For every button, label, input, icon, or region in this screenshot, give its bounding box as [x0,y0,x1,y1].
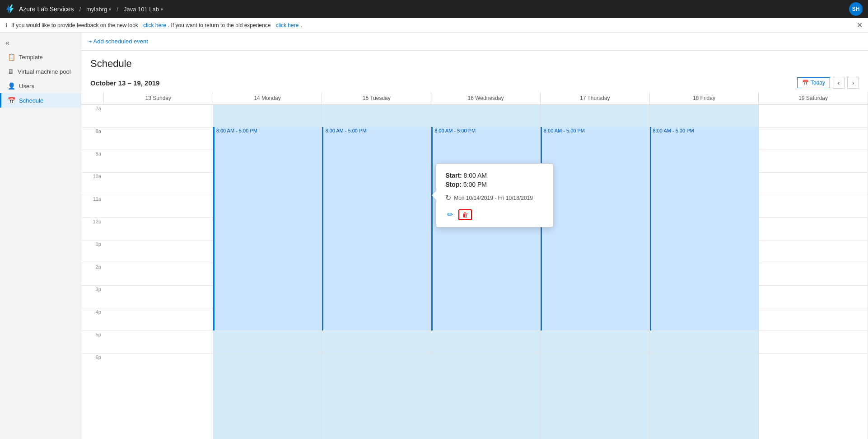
tc-1-10 [213,330,322,353]
time-2p: 2p [81,263,104,285]
toolbar: + Add scheduled event [81,33,868,51]
tc-6-6 [759,240,868,263]
info-icon: ℹ [5,22,8,28]
day-col-3[interactable]: 8:00 AM - 5:00 PM ↻ Start: 8:00 AM Stop:… [431,104,541,439]
sidebar-item-users[interactable]: 👤Users [0,79,81,93]
event-label-5: 8:00 AM - 5:00 PM [653,128,694,133]
time-1p: 1p [81,240,104,263]
feedback-text-post: . [300,22,302,28]
day-header-6: 19 Saturday [759,92,868,104]
event-block-3[interactable]: 8:00 AM - 5:00 PM [431,127,540,330]
event-label-3: 8:00 AM - 5:00 PM [434,128,476,133]
sidebar-icon-users: 👤 [8,82,15,90]
time-4p: 4p [81,308,104,330]
popup-delete-button[interactable]: 🗑 [458,209,472,220]
sidebar-icon-template: 📋 [8,53,15,61]
top-nav: Azure Lab Services / mylabrg ▾ / Java 10… [0,0,868,18]
tc-4-0 [541,104,649,127]
event-block-2[interactable]: 8:00 AM - 5:00 PM [322,127,431,330]
event-block-5[interactable]: 8:00 AM - 5:00 PM [650,127,759,330]
popup-stop: Stop: 5:00 PM [445,181,544,188]
day-col-1[interactable]: 8:00 AM - 5:00 PM ↻ [213,104,322,439]
sidebar-label-users: Users [19,83,34,90]
event-block-4[interactable]: 8:00 AM - 5:00 PM [541,127,649,330]
sidebar-collapse-button[interactable]: « [0,36,81,50]
sidebar-icon-vm-pool: 🖥 [8,68,14,75]
day-header-5: 18 Friday [650,92,759,104]
tc-6-4 [759,195,868,217]
day-headers-row: 13 Sunday 14 Monday 15 Tuesday 16 Wednes… [81,92,868,104]
day-header-3: 16 Wednesday [431,92,541,104]
lab-label[interactable]: Java 101 Lab [124,6,159,13]
event-block-1[interactable]: 8:00 AM - 5:00 PM [213,127,322,330]
time-3p: 3p [81,285,104,308]
content-area: + Add scheduled event Schedule October 1… [81,33,868,439]
day-col-0[interactable] [104,104,213,439]
time-7a: 7a [81,104,104,127]
user-avatar[interactable]: SH [849,2,863,16]
app-name: Azure Lab Services [19,5,74,13]
add-scheduled-event-button[interactable]: + Add scheduled event [89,36,148,47]
time-11a: 11a [81,195,104,217]
calendar-wrapper[interactable]: 13 Sunday 14 Monday 15 Tuesday 16 Wednes… [81,92,868,439]
sidebar-item-template[interactable]: 📋Template [0,50,81,64]
day-col-5[interactable]: 8:00 AM - 5:00 PM ↻ [650,104,759,439]
tc-6-9 [759,308,868,330]
recur-symbol: ↻ [445,194,451,202]
tc-3-0 [431,104,540,127]
today-label: Today [811,80,825,86]
tc-6-2 [759,150,868,172]
tc-0-9 [104,308,213,330]
popup-recur: ↻ Mon 10/14/2019 - Fri 10/18/2019 [445,194,544,202]
feedback-bar: ℹ If you would like to provide feedback … [0,18,868,33]
app-logo: Azure Lab Services [5,4,74,14]
breadcrumb-sep2: / [117,6,118,13]
feedback-text-pre: If you would like to provide feedback on… [11,22,138,28]
prev-week-button[interactable]: ‹ [833,77,845,89]
feedback-link1[interactable]: click here [143,22,166,28]
tc-0-10 [104,330,213,353]
today-button[interactable]: 📅 Today [797,77,830,88]
feedback-link2[interactable]: click here [276,22,299,28]
sidebar-label-schedule: Schedule [19,97,43,104]
tc-3-10 [431,330,540,353]
main-layout: « 📋Template🖥Virtual machine pool👤Users📅S… [0,33,868,439]
day-col-6[interactable] [759,104,868,439]
day-header-2: 15 Tuesday [322,92,431,104]
next-week-button[interactable]: › [847,77,859,89]
nav-controls: 📅 Today ‹ › [797,77,859,89]
lab-breadcrumb[interactable]: Java 101 Lab ▾ [124,6,163,13]
start-time: 8:00 AM [464,172,487,179]
day-header-4: 17 Thursday [541,92,650,104]
day-col-4[interactable]: 8:00 AM - 5:00 PM ↻ [541,104,650,439]
time-12p: 12p [81,217,104,240]
tc-0-8 [104,285,213,308]
date-range-header: October 13 – 19, 2019 📅 Today ‹ › [81,73,868,92]
day-header-0: 13 Sunday [104,92,213,104]
tc-0-4 [104,195,213,217]
sidebar-label-vm-pool: Virtual machine pool [18,68,71,75]
date-range-text: October 13 – 19, 2019 [90,79,159,87]
tc-1-11 [213,353,322,376]
sidebar-icon-schedule: 📅 [8,97,15,104]
workspace-label[interactable]: mylabrg [86,6,107,13]
azure-icon [5,4,16,14]
sidebar-label-template: Template [19,54,43,61]
sidebar-item-vm-pool[interactable]: 🖥Virtual machine pool [0,64,81,79]
breadcrumb-sep1: / [79,6,81,13]
calendar-icon: 📅 [802,80,809,86]
lab-chevron: ▾ [161,7,163,12]
time-8a: 8a [81,127,104,150]
tc-6-3 [759,172,868,195]
workspace-breadcrumb[interactable]: mylabrg ▾ [86,6,111,13]
time-5p: 5p [81,330,104,353]
close-feedback-button[interactable]: ✕ [857,21,863,29]
popup-edit-button[interactable]: ✏ [445,208,455,221]
popup-actions: ✏ 🗑 [445,208,544,221]
day-col-2[interactable]: 8:00 AM - 5:00 PM ↻ [322,104,431,439]
workspace-chevron: ▾ [109,7,111,12]
day-header-1: 14 Monday [213,92,322,104]
tc-0-3 [104,172,213,195]
sidebar-item-schedule[interactable]: 📅Schedule [0,93,81,108]
feedback-text-mid: . If you want to return to the old exper… [168,22,271,28]
